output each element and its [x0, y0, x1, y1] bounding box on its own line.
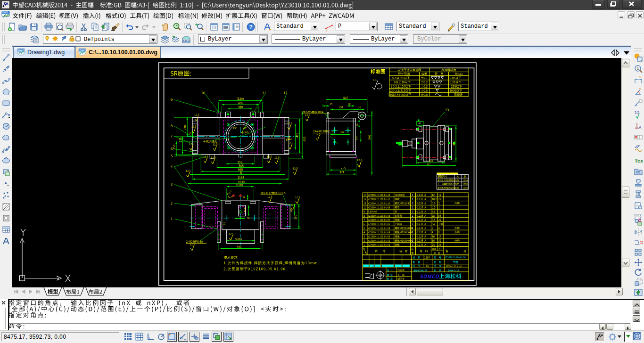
- svg-text:Text: Text: [635, 158, 643, 163]
- svg-text:A: A: [639, 125, 642, 130]
- svg-text:1: 1: [637, 66, 639, 71]
- svg-text:?: ?: [249, 24, 253, 31]
- svg-text:3.2: 3.2: [635, 111, 639, 114]
